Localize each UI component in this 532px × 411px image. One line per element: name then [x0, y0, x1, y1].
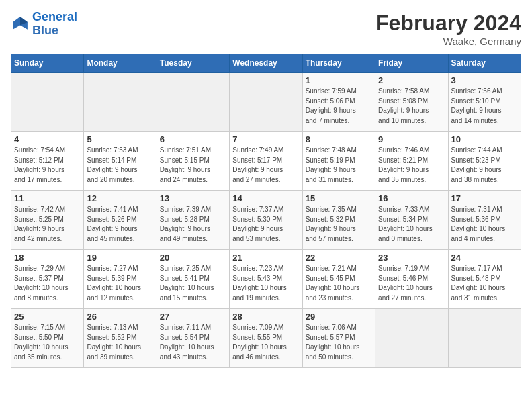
calendar-header-row: Sunday Monday Tuesday Wednesday Thursday… [11, 54, 521, 73]
day-info: Sunrise: 7:11 AM Sunset: 5:54 PM Dayligh… [160, 323, 226, 362]
table-row: 1Sunrise: 7:59 AM Sunset: 5:06 PM Daylig… [302, 73, 375, 132]
day-number: 3 [451, 75, 518, 85]
table-row: 24Sunrise: 7:17 AM Sunset: 5:48 PM Dayli… [448, 250, 521, 309]
table-row: 16Sunrise: 7:33 AM Sunset: 5:34 PM Dayli… [375, 191, 448, 250]
day-number: 17 [451, 193, 518, 203]
day-number: 4 [14, 134, 81, 144]
table-row: 11Sunrise: 7:42 AM Sunset: 5:25 PM Dayli… [11, 191, 84, 250]
day-info: Sunrise: 7:13 AM Sunset: 5:52 PM Dayligh… [87, 323, 153, 362]
day-info: Sunrise: 7:25 AM Sunset: 5:41 PM Dayligh… [160, 264, 226, 303]
table-row [84, 73, 157, 132]
day-info: Sunrise: 7:23 AM Sunset: 5:43 PM Dayligh… [232, 264, 299, 303]
table-row [11, 73, 84, 132]
day-number: 29 [306, 312, 372, 322]
day-info: Sunrise: 7:06 AM Sunset: 5:57 PM Dayligh… [306, 323, 372, 362]
day-number: 14 [232, 193, 299, 203]
day-number: 24 [451, 253, 518, 263]
day-info: Sunrise: 7:09 AM Sunset: 5:55 PM Dayligh… [232, 323, 299, 362]
day-number: 22 [306, 253, 372, 263]
table-row: 22Sunrise: 7:21 AM Sunset: 5:45 PM Dayli… [302, 250, 375, 309]
day-number: 12 [87, 193, 153, 203]
table-row: 13Sunrise: 7:39 AM Sunset: 5:28 PM Dayli… [157, 191, 229, 250]
day-info: Sunrise: 7:27 AM Sunset: 5:39 PM Dayligh… [87, 264, 153, 303]
page-subtitle: Waake, Germany [375, 36, 521, 47]
day-number: 7 [232, 134, 299, 144]
col-sunday: Sunday [11, 54, 84, 73]
day-info: Sunrise: 7:35 AM Sunset: 5:32 PM Dayligh… [306, 205, 372, 244]
day-number: 8 [306, 134, 372, 144]
table-row: 14Sunrise: 7:37 AM Sunset: 5:30 PM Dayli… [230, 191, 302, 250]
day-info: Sunrise: 7:58 AM Sunset: 5:08 PM Dayligh… [378, 87, 445, 126]
logo-blue: Blue [32, 24, 77, 38]
logo-text: General Blue [32, 11, 77, 38]
day-number: 9 [378, 134, 445, 144]
table-row: 10Sunrise: 7:44 AM Sunset: 5:23 PM Dayli… [448, 132, 521, 191]
logo-icon [11, 15, 30, 34]
table-row [375, 309, 448, 368]
table-row [157, 73, 229, 132]
table-row: 21Sunrise: 7:23 AM Sunset: 5:43 PM Dayli… [230, 250, 302, 309]
table-row: 4Sunrise: 7:54 AM Sunset: 5:12 PM Daylig… [11, 132, 84, 191]
table-row [448, 309, 521, 368]
day-number: 20 [160, 253, 226, 263]
page-title: February 2024 [375, 11, 521, 36]
table-row: 20Sunrise: 7:25 AM Sunset: 5:41 PM Dayli… [157, 250, 229, 309]
logo: General Blue [11, 11, 77, 38]
table-row: 26Sunrise: 7:13 AM Sunset: 5:52 PM Dayli… [84, 309, 157, 368]
calendar-table: Sunday Monday Tuesday Wednesday Thursday… [11, 54, 521, 368]
table-row: 23Sunrise: 7:19 AM Sunset: 5:46 PM Dayli… [375, 250, 448, 309]
table-row: 27Sunrise: 7:11 AM Sunset: 5:54 PM Dayli… [157, 309, 229, 368]
col-tuesday: Tuesday [157, 54, 229, 73]
col-saturday: Saturday [448, 54, 521, 73]
day-info: Sunrise: 7:39 AM Sunset: 5:28 PM Dayligh… [160, 205, 226, 244]
table-row: 7Sunrise: 7:49 AM Sunset: 5:17 PM Daylig… [230, 132, 302, 191]
table-row: 28Sunrise: 7:09 AM Sunset: 5:55 PM Dayli… [230, 309, 302, 368]
table-row: 9Sunrise: 7:46 AM Sunset: 5:21 PM Daylig… [375, 132, 448, 191]
table-row: 17Sunrise: 7:31 AM Sunset: 5:36 PM Dayli… [448, 191, 521, 250]
table-row: 5Sunrise: 7:53 AM Sunset: 5:14 PM Daylig… [84, 132, 157, 191]
day-number: 15 [306, 193, 372, 203]
day-number: 10 [451, 134, 518, 144]
day-info: Sunrise: 7:37 AM Sunset: 5:30 PM Dayligh… [232, 205, 299, 244]
day-info: Sunrise: 7:44 AM Sunset: 5:23 PM Dayligh… [451, 146, 518, 185]
day-info: Sunrise: 7:15 AM Sunset: 5:50 PM Dayligh… [14, 323, 81, 362]
day-number: 13 [160, 193, 226, 203]
table-row: 2Sunrise: 7:58 AM Sunset: 5:08 PM Daylig… [375, 73, 448, 132]
col-monday: Monday [84, 54, 157, 73]
day-number: 18 [14, 253, 81, 263]
day-number: 11 [14, 193, 81, 203]
day-number: 19 [87, 253, 153, 263]
table-row [230, 73, 302, 132]
day-number: 21 [232, 253, 299, 263]
title-block: February 2024 Waake, Germany [375, 11, 521, 47]
day-info: Sunrise: 7:46 AM Sunset: 5:21 PM Dayligh… [378, 146, 445, 185]
day-info: Sunrise: 7:17 AM Sunset: 5:48 PM Dayligh… [451, 264, 518, 303]
page-header: General Blue February 2024 Waake, German… [11, 11, 521, 47]
logo-general: General [32, 10, 77, 24]
day-info: Sunrise: 7:41 AM Sunset: 5:26 PM Dayligh… [87, 205, 153, 244]
day-info: Sunrise: 7:53 AM Sunset: 5:14 PM Dayligh… [87, 146, 153, 185]
day-info: Sunrise: 7:42 AM Sunset: 5:25 PM Dayligh… [14, 205, 81, 244]
day-info: Sunrise: 7:33 AM Sunset: 5:34 PM Dayligh… [378, 205, 445, 244]
day-number: 25 [14, 312, 81, 322]
col-thursday: Thursday [302, 54, 375, 73]
table-row: 12Sunrise: 7:41 AM Sunset: 5:26 PM Dayli… [84, 191, 157, 250]
day-info: Sunrise: 7:19 AM Sunset: 5:46 PM Dayligh… [378, 264, 445, 303]
col-friday: Friday [375, 54, 448, 73]
day-info: Sunrise: 7:29 AM Sunset: 5:37 PM Dayligh… [14, 264, 81, 303]
day-info: Sunrise: 7:49 AM Sunset: 5:17 PM Dayligh… [232, 146, 299, 185]
day-number: 1 [306, 75, 372, 85]
day-number: 27 [160, 312, 226, 322]
day-info: Sunrise: 7:48 AM Sunset: 5:19 PM Dayligh… [306, 146, 372, 185]
day-info: Sunrise: 7:31 AM Sunset: 5:36 PM Dayligh… [451, 205, 518, 244]
table-row: 18Sunrise: 7:29 AM Sunset: 5:37 PM Dayli… [11, 250, 84, 309]
day-number: 23 [378, 253, 445, 263]
day-number: 16 [378, 193, 445, 203]
table-row: 29Sunrise: 7:06 AM Sunset: 5:57 PM Dayli… [302, 309, 375, 368]
day-number: 26 [87, 312, 153, 322]
day-info: Sunrise: 7:51 AM Sunset: 5:15 PM Dayligh… [160, 146, 226, 185]
day-number: 2 [378, 75, 445, 85]
table-row: 19Sunrise: 7:27 AM Sunset: 5:39 PM Dayli… [84, 250, 157, 309]
table-row: 25Sunrise: 7:15 AM Sunset: 5:50 PM Dayli… [11, 309, 84, 368]
day-info: Sunrise: 7:21 AM Sunset: 5:45 PM Dayligh… [306, 264, 372, 303]
